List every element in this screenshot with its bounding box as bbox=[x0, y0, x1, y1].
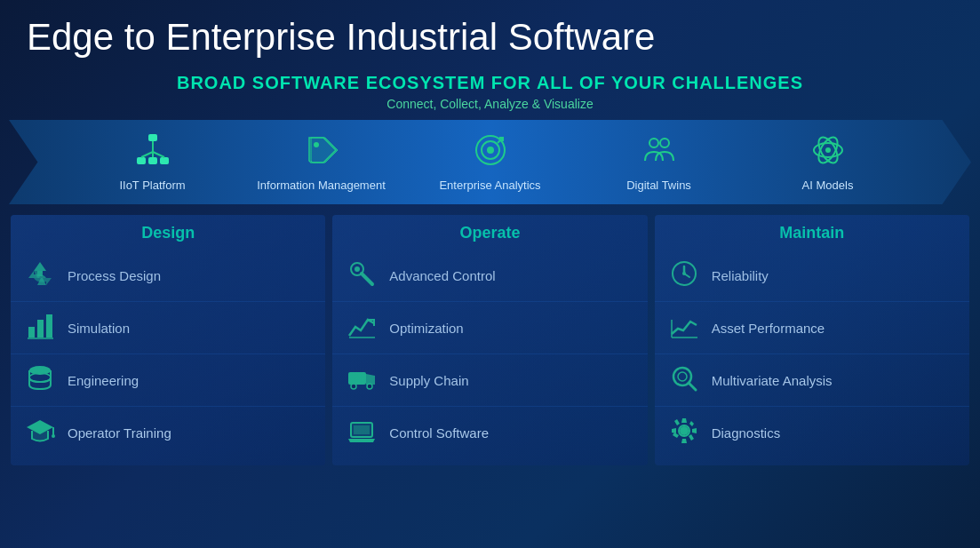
column-maintain: Maintain Reliability Asset Per bbox=[655, 215, 969, 465]
column-operate: Operate Advanced Control Optimization bbox=[332, 215, 647, 465]
svg-rect-32 bbox=[348, 372, 366, 385]
bar-chart-icon bbox=[25, 311, 55, 345]
list-item: Process Design bbox=[11, 250, 325, 301]
svg-point-35 bbox=[367, 384, 372, 389]
supply-chain-label: Supply Chain bbox=[389, 373, 468, 388]
asset-performance-label: Asset Performance bbox=[712, 321, 825, 336]
svg-marker-52 bbox=[674, 419, 680, 425]
svg-point-34 bbox=[351, 384, 356, 389]
svg-marker-50 bbox=[672, 428, 676, 433]
list-item: Advanced Control bbox=[332, 250, 647, 301]
svg-point-57 bbox=[681, 428, 687, 433]
columns-section: Design Process Design Simulati bbox=[0, 208, 980, 465]
engineering-label: Engineering bbox=[68, 373, 139, 388]
banner-label-analytics: Enterprise Analytics bbox=[439, 179, 540, 192]
reliability-label: Reliability bbox=[712, 268, 769, 283]
database-icon bbox=[25, 363, 55, 397]
svg-rect-2 bbox=[148, 157, 157, 164]
atom-icon bbox=[810, 132, 846, 175]
svg-point-29 bbox=[355, 266, 360, 272]
list-item: Simulation bbox=[11, 301, 325, 353]
banner-label-ai-models: AI Models bbox=[802, 179, 854, 192]
banner-item-analytics: Enterprise Analytics bbox=[406, 129, 575, 195]
list-item: Optimization bbox=[332, 301, 647, 353]
banner-item-info-mgmt: Information Management bbox=[237, 129, 406, 195]
svg-point-46 bbox=[678, 372, 687, 381]
chart-up-icon bbox=[347, 311, 377, 345]
network-icon bbox=[135, 132, 171, 175]
list-item: Operator Training bbox=[11, 406, 325, 458]
svg-marker-33 bbox=[366, 374, 375, 385]
svg-rect-1 bbox=[137, 157, 146, 164]
banner-item-digital-twins: Digital Twins bbox=[575, 129, 744, 195]
top-banner: IIoT Platform Information Management Ent… bbox=[9, 120, 971, 204]
svg-point-27 bbox=[52, 434, 55, 438]
recycle-icon bbox=[25, 258, 55, 292]
list-item: Supply Chain bbox=[332, 353, 647, 406]
tagline: Connect, Collect, Analyze & Visualize bbox=[0, 95, 980, 120]
svg-point-14 bbox=[660, 139, 669, 147]
line-chart-icon bbox=[669, 311, 699, 345]
control-software-label: Control Software bbox=[389, 425, 489, 441]
diagnostics-label: Diagnostics bbox=[712, 425, 781, 441]
list-item: Engineering bbox=[11, 353, 325, 406]
people-icon bbox=[641, 132, 677, 175]
svg-point-13 bbox=[649, 139, 658, 147]
list-item: Diagnostics bbox=[655, 406, 969, 458]
svg-marker-49 bbox=[681, 439, 687, 443]
tag-icon bbox=[304, 132, 339, 175]
svg-rect-37 bbox=[354, 425, 370, 434]
multivariate-analysis-label: Multivariate Analysis bbox=[712, 373, 833, 388]
svg-line-5 bbox=[141, 152, 153, 157]
operator-training-label: Operator Training bbox=[68, 425, 171, 441]
svg-point-11 bbox=[487, 147, 494, 154]
advanced-control-label: Advanced Control bbox=[389, 268, 495, 283]
page-title: Edge to Enterprise Industrial Software bbox=[0, 0, 980, 66]
list-item: Control Software bbox=[332, 406, 647, 458]
wrench-icon bbox=[347, 258, 377, 292]
banner-item-ai-models: AI Models bbox=[744, 129, 912, 195]
process-design-label: Process Design bbox=[68, 268, 161, 283]
svg-line-30 bbox=[362, 274, 372, 284]
svg-marker-51 bbox=[692, 428, 697, 433]
svg-rect-3 bbox=[160, 157, 169, 164]
list-item: Asset Performance bbox=[655, 301, 969, 353]
svg-marker-48 bbox=[681, 418, 687, 423]
optimization-label: Optimization bbox=[389, 321, 463, 336]
column-header-design: Design bbox=[11, 215, 325, 250]
svg-rect-19 bbox=[28, 327, 35, 338]
list-item: Reliability bbox=[655, 250, 969, 301]
svg-rect-0 bbox=[148, 134, 157, 141]
svg-line-7 bbox=[153, 152, 164, 157]
subtitle: BROAD SOFTWARE ECOSYSTEM FOR ALL OF YOUR… bbox=[0, 66, 980, 95]
banner-label-digital-twins: Digital Twins bbox=[626, 179, 691, 192]
simulation-label: Simulation bbox=[68, 321, 130, 336]
banner-item-iiot: IIoT Platform bbox=[68, 129, 237, 195]
svg-rect-21 bbox=[46, 314, 52, 338]
svg-rect-20 bbox=[37, 320, 44, 338]
banner-label-info-mgmt: Information Management bbox=[257, 179, 386, 192]
banner-label-iiot: IIoT Platform bbox=[119, 179, 185, 192]
svg-point-41 bbox=[682, 272, 686, 275]
column-header-operate: Operate bbox=[332, 215, 647, 250]
search-icon bbox=[669, 363, 699, 397]
clock-icon bbox=[669, 258, 699, 292]
target-icon bbox=[473, 132, 508, 175]
truck-icon bbox=[347, 363, 377, 397]
svg-marker-55 bbox=[689, 421, 694, 426]
svg-point-8 bbox=[314, 142, 319, 147]
column-header-maintain: Maintain bbox=[655, 215, 969, 250]
svg-marker-53 bbox=[689, 434, 694, 441]
column-design: Design Process Design Simulati bbox=[11, 215, 325, 465]
svg-point-18 bbox=[825, 147, 831, 153]
svg-line-45 bbox=[689, 383, 696, 390]
laptop-icon bbox=[347, 416, 377, 449]
graduation-icon bbox=[25, 416, 55, 449]
list-item: Multivariate Analysis bbox=[655, 353, 969, 406]
gear-icon bbox=[669, 416, 699, 449]
